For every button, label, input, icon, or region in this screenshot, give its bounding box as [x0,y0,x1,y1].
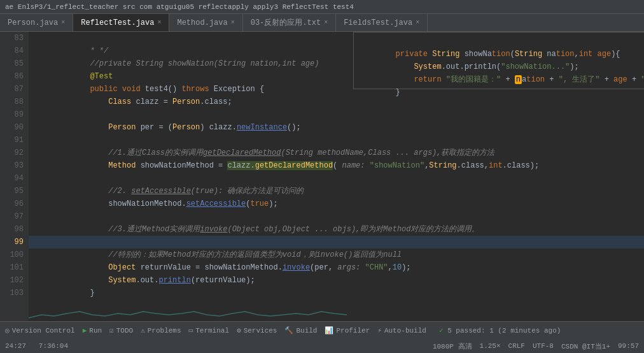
code-line-97: //3.通过Method实例调用invoke(Object obj,Object… [29,210,644,223]
tab-method-close[interactable]: × [231,19,235,26]
tab-method[interactable]: Method.java × [169,14,242,31]
problems-label: Problems [148,327,181,335]
tab-bar: Person.java × ReflectTest.java × Method.… [0,14,644,32]
tab-fieldstest-label: FieldsTest.java [344,18,412,27]
code-line-89: Person per = (Person) clazz.newInstance(… [29,108,644,121]
tab-method-label: Method.java [177,18,227,27]
brand-logo: CSDN @IT当1+ [561,342,610,351]
editor-area: 83 84 85 86 87 88 89 90 91 92 93 94 95 9… [0,32,644,321]
popup-line3: return "我的国籍是：" + nation + ", 生活了" + age… [359,61,644,73]
code-line-90 [29,121,644,134]
popup-line1: private String showNation(String nation,… [359,35,644,48]
status-bar: 24:27 7:36:04 1080P 高清 1.25× CRLF UTF-8 … [0,339,644,353]
resolution-info: 1080P 高清 [433,342,472,351]
title-bar: ae EnlsP3/1_reflect_teacher src com atgu… [0,0,644,14]
problems-button[interactable]: ⚠ Problems [141,326,181,335]
build-button[interactable]: 🔨 Build [284,326,317,335]
code-line-103: } [29,287,644,299]
code-line-94: //2. setAccessible(true): 确保此方法是可访问的 [29,172,644,185]
cursor-position: 24:27 7:36:04 [5,342,68,350]
build-icon: 🔨 [284,326,293,335]
todo-icon: ☑ [109,326,114,335]
problems-icon: ⚠ [141,326,145,335]
run-status: ✓ 5 passed: 1 (2 minutes ago) [439,326,561,335]
code-line-88 [29,96,644,108]
todo-label: TODO [116,327,133,335]
bottom-toolbar: ◎ Version Control ▶ Run ☑ TODO ⚠ Problem… [0,321,644,339]
profiler-button[interactable]: 📊 Profiler [325,326,370,335]
tab-apply03[interactable]: 03-反射的应用.txt × [243,14,336,31]
profiler-label: Profiler [336,327,370,335]
popup-line2: System.out.println("showNation..."); [359,48,644,61]
tab-apply03-label: 03-反射的应用.txt [251,17,321,28]
time-display: 99:57 [618,342,639,350]
version-control-label: Version Control [12,327,75,335]
tab-reflecttest[interactable]: ReflectTest.java × [73,14,169,31]
tab-fieldstest[interactable]: FieldsTest.java × [336,14,428,31]
build-label: Build [296,327,317,335]
todo-button[interactable]: ☑ TODO [109,326,133,335]
tab-person-close[interactable]: × [61,19,65,26]
zoom-level: 1.25× [480,342,501,350]
services-label: Services [244,327,277,335]
code-line-95: showNationMethod.setAccessible(true); [29,185,644,198]
minimap-wave [29,302,644,321]
run-button[interactable]: ▶ Run [83,326,102,335]
run-status-text: 5 passed: 1 (2 minutes ago) [447,327,561,335]
tab-reflecttest-label: ReflectTest.java [81,18,154,27]
code-line-93 [29,159,644,172]
version-control-icon: ◎ [5,326,10,335]
services-button[interactable]: ⚙ Services [237,326,277,335]
method-popup: private String showNation(String nation,… [353,32,644,89]
autobuild-icon: ⚡ [377,326,382,335]
autobuild-button[interactable]: ⚡ Auto-build [377,326,426,335]
line-number-gutter: 83 84 85 86 87 88 89 90 91 92 93 94 95 9… [0,32,29,321]
terminal-icon: ▭ [189,326,193,335]
tab-reflecttest-close[interactable]: × [157,19,161,26]
version-control-button[interactable]: ◎ Version Control [5,326,75,335]
code-line-96 [29,198,644,210]
code-area[interactable]: * */ //private String showNation(String … [29,32,644,321]
line-ending: CRLF [508,342,525,350]
code-line-91: //1.通过Class的实例调用getDeclaredMethod(String… [29,134,644,147]
tab-fieldstest-close[interactable]: × [416,19,419,26]
code-line-102: } [29,274,644,287]
code-line-100: Object returnValue = showNationMethod.in… [29,249,644,261]
status-right: 1080P 高清 1.25× CRLF UTF-8 CSDN @IT当1+ 99… [433,342,639,351]
tab-person[interactable]: Person.java × [0,14,73,31]
code-line-99: //特别的：如果Method对应的方法的返回值类型为void，则invoke()… [29,236,644,249]
code-line-98: //invoke()的返回值即为Method对应的方法的返回值 [29,223,644,236]
tab-person-label: Person.java [8,18,58,27]
tab-apply03-close[interactable]: × [324,19,328,26]
autobuild-label: Auto-build [384,327,426,335]
run-icon: ▶ [83,326,87,335]
popup-line4: } [359,73,644,86]
services-icon: ⚙ [237,326,241,335]
terminal-button[interactable]: ▭ Terminal [189,326,229,335]
code-line-101: System.out.println(returnValue); [29,261,644,274]
profiler-icon: 📊 [325,326,333,335]
run-label: Run [89,327,102,335]
encoding: UTF-8 [533,342,554,350]
code-line-92: Method showNationMethod = clazz.getDecla… [29,147,644,159]
status-left: 24:27 7:36:04 [5,342,68,350]
terminal-label: Terminal [195,327,229,335]
title-path: ae EnlsP3/1_reflect_teacher src com atgu… [5,3,354,11]
